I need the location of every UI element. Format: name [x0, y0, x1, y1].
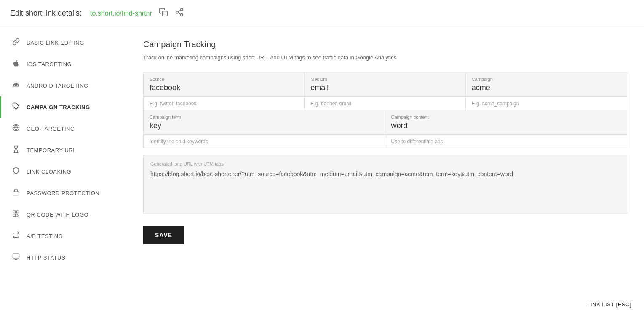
term-field: Campaign term: [144, 110, 385, 135]
content-input[interactable]: [391, 121, 621, 130]
short-link[interactable]: to.short.io/find-shrtnr: [90, 10, 152, 17]
sidebar-label-http-status: HTTP STATUS: [27, 254, 65, 261]
campaign-input[interactable]: [472, 83, 621, 92]
globe-icon: [11, 124, 21, 134]
ab-icon: [11, 231, 21, 241]
page-title: Edit short link details:: [10, 9, 82, 18]
svg-line-5: [178, 10, 181, 12]
svg-rect-10: [13, 211, 15, 213]
sidebar-item-link-cloaking[interactable]: LINK CLOAKING: [0, 161, 126, 182]
term-hint: Identify the paid keywords: [144, 135, 385, 148]
link-list-footer[interactable]: LINK LIST [ESC]: [587, 301, 631, 308]
campaign-field: Campaign: [466, 72, 627, 97]
generated-url-text: https://blog.short.io/best-shortener/?ut…: [150, 170, 620, 179]
lock-icon: [11, 188, 21, 198]
campaign-hint: E.g. acme_campaign: [466, 97, 627, 110]
sidebar-label-ios-targeting: IOS TARGETING: [27, 61, 72, 67]
hourglass-icon: [11, 145, 21, 155]
utm-top-hints: E.g. twitter, facebook E.g. banner, emai…: [143, 97, 627, 110]
term-label: Campaign term: [150, 115, 379, 120]
sidebar-item-http-status[interactable]: HTTP STATUS: [0, 247, 126, 268]
header: Edit short link details: to.short.io/fin…: [0, 0, 644, 27]
generated-url-label: Generated long URL with UTM tags: [150, 161, 620, 166]
utm-bottom-fields: Campaign term Campaign content: [143, 110, 627, 135]
medium-label: Medium: [310, 77, 459, 82]
share-icon[interactable]: [175, 8, 184, 19]
section-title: Campaign Tracking: [143, 40, 627, 49]
sidebar-label-basic-link-editing: BASIC LINK EDITING: [27, 40, 84, 46]
android-icon: [11, 81, 21, 91]
content-field: Campaign content: [385, 110, 627, 135]
svg-rect-0: [162, 11, 167, 16]
tag-icon: [11, 102, 21, 112]
sidebar-item-geo-targeting[interactable]: GEO-TARGETING: [0, 118, 126, 139]
sidebar-label-temporary-url: TEMPORARY URL: [27, 147, 76, 153]
svg-rect-11: [17, 211, 19, 213]
section-description: Track online marketing campaigns using s…: [143, 54, 627, 62]
term-input[interactable]: [150, 121, 379, 130]
sidebar-label-campaign-tracking: CAMPAIGN TRACKING: [27, 104, 90, 110]
source-label: Source: [150, 77, 298, 82]
sidebar-item-qr-code[interactable]: QR CODE WITH LOGO: [0, 204, 126, 225]
link-icon: [11, 38, 21, 48]
generated-url-box: Generated long URL with UTM tags https:/…: [143, 155, 627, 214]
svg-rect-12: [13, 214, 15, 217]
svg-line-4: [178, 13, 181, 14]
sidebar-item-ab-testing[interactable]: A/B TESTING: [0, 225, 126, 247]
medium-field: Medium: [305, 72, 465, 97]
svg-rect-13: [13, 254, 19, 258]
mask-icon: [11, 167, 21, 177]
source-input[interactable]: [150, 83, 298, 92]
sidebar-label-password-protection: PASSWORD PROTECTION: [27, 190, 99, 196]
sidebar-label-link-cloaking: LINK CLOAKING: [27, 169, 71, 175]
copy-icon[interactable]: [159, 8, 168, 19]
sidebar-item-temporary-url[interactable]: TEMPORARY URL: [0, 139, 126, 161]
sidebar: BASIC LINK EDITING IOS TARGETING ANDROID…: [0, 27, 126, 316]
sidebar-label-android-targeting: ANDROID TARGETING: [27, 83, 88, 89]
utm-top-fields: Source Medium Campaign: [143, 72, 627, 97]
main-content: Campaign Tracking Track online marketing…: [126, 27, 644, 316]
utm-bottom-hints: Identify the paid keywords Use to differ…: [143, 135, 627, 148]
source-hint: E.g. twitter, facebook: [144, 97, 305, 110]
apple-icon: [11, 59, 21, 69]
svg-rect-9: [13, 192, 19, 195]
sidebar-item-campaign-tracking[interactable]: CAMPAIGN TRACKING: [0, 96, 126, 118]
header-icons: [159, 8, 184, 19]
sidebar-label-qr-code: QR CODE WITH LOGO: [27, 212, 88, 218]
sidebar-item-basic-link-editing[interactable]: BASIC LINK EDITING: [0, 32, 126, 54]
save-button[interactable]: SAVE: [143, 226, 184, 244]
campaign-label: Campaign: [472, 77, 621, 82]
sidebar-label-ab-testing: A/B TESTING: [27, 233, 63, 239]
sidebar-label-geo-targeting: GEO-TARGETING: [27, 126, 75, 132]
medium-input[interactable]: [310, 83, 459, 92]
sidebar-item-android-targeting[interactable]: ANDROID TARGETING: [0, 75, 126, 96]
medium-hint: E.g. banner, email: [305, 97, 465, 110]
sidebar-item-password-protection[interactable]: PASSWORD PROTECTION: [0, 182, 126, 204]
content-hint: Use to differentiate ads: [385, 135, 627, 148]
sidebar-item-ios-targeting[interactable]: IOS TARGETING: [0, 54, 126, 75]
qr-icon: [11, 210, 21, 220]
content-label: Campaign content: [391, 115, 621, 120]
http-icon: [11, 253, 21, 262]
source-field: Source: [144, 72, 305, 97]
